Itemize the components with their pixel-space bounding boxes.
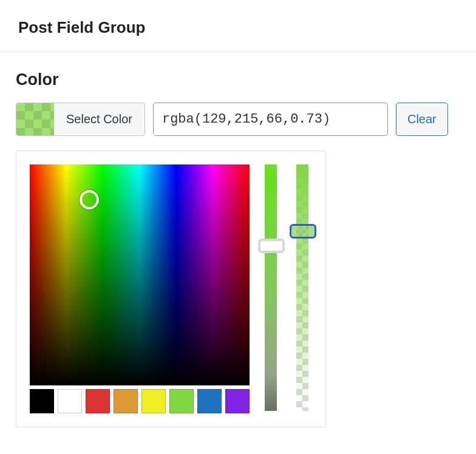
palette-swatch[interactable] — [141, 389, 166, 413]
saturation-field[interactable] — [30, 164, 250, 385]
swatch-preview-icon — [16, 103, 54, 136]
saturation-cursor-icon — [80, 190, 99, 209]
palette-swatch[interactable] — [169, 389, 194, 413]
header: Post Field Group — [0, 0, 476, 52]
palette-swatch[interactable] — [197, 389, 222, 413]
field-label: Color — [16, 70, 458, 89]
palette-row — [30, 389, 250, 413]
content: Color Select Color Clear — [0, 52, 476, 446]
alpha-slider[interactable] — [292, 164, 313, 411]
alpha-handle[interactable] — [290, 224, 316, 239]
palette-swatch[interactable] — [225, 389, 250, 413]
select-color-button[interactable]: Select Color — [16, 103, 145, 136]
picker-left-col — [30, 164, 250, 413]
color-picker-panel — [16, 151, 326, 427]
palette-swatch[interactable] — [86, 389, 110, 413]
color-value-input[interactable] — [153, 103, 388, 136]
alpha-track — [296, 164, 308, 411]
palette-swatch[interactable] — [114, 389, 138, 413]
hue-slider[interactable] — [260, 164, 281, 411]
color-controls-row: Select Color Clear — [16, 103, 458, 136]
clear-button[interactable]: Clear — [396, 103, 448, 136]
page-title: Post Field Group — [18, 18, 458, 37]
palette-swatch[interactable] — [58, 389, 82, 413]
hue-track — [265, 164, 277, 411]
palette-swatch[interactable] — [30, 389, 54, 413]
select-color-label: Select Color — [54, 112, 144, 126]
hue-handle[interactable] — [258, 239, 285, 253]
